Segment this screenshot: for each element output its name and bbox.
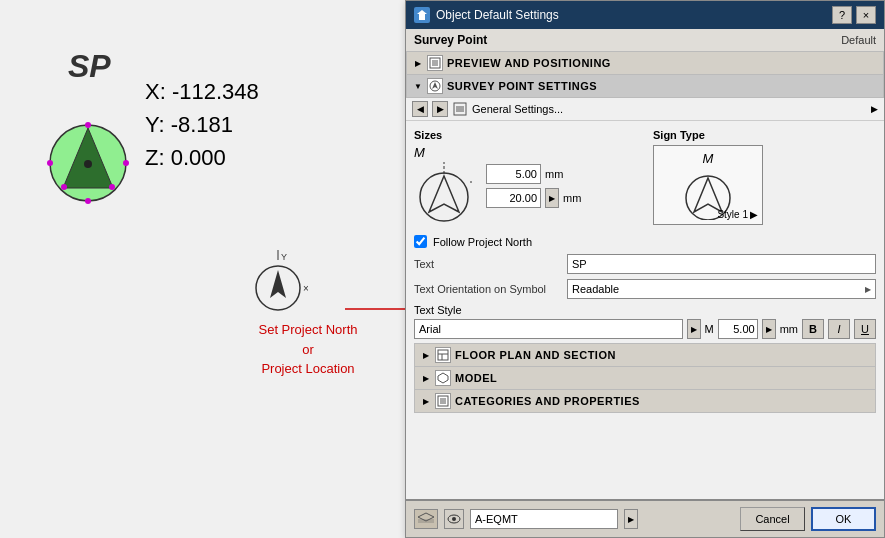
svg-point-8	[109, 184, 115, 190]
font-arrow-button[interactable]: ▶	[687, 319, 701, 339]
model-section-label: MODEL	[455, 372, 497, 384]
text-style-row: ▶ M ▶ mm B I U	[414, 319, 876, 339]
layer-input[interactable]	[470, 509, 618, 529]
italic-button[interactable]: I	[828, 319, 850, 339]
follow-north-label: Follow Project North	[433, 236, 532, 248]
general-settings-icon	[452, 101, 468, 117]
floor-icon	[435, 347, 451, 363]
text-orient-value: Readable	[572, 283, 619, 295]
text-row: Text	[414, 254, 876, 274]
survey-settings-section[interactable]: ▼ SURVEY POINT SETTINGS	[406, 75, 884, 98]
svg-point-5	[85, 198, 91, 204]
size-input-2[interactable]	[486, 188, 541, 208]
text-orient-dropdown[interactable]: Readable ▶	[567, 279, 876, 299]
set-project-north-line3: Project Location	[218, 359, 398, 379]
set-project-north-line1: Set Project North	[218, 320, 398, 340]
layer-arrow-button[interactable]: ▶	[624, 509, 638, 529]
size-input-row-1: mm	[486, 164, 581, 184]
font-input[interactable]	[414, 319, 683, 339]
categories-section-label: CATEGORIES AND PROPERTIES	[455, 395, 640, 407]
size-arrow-button[interactable]: ▶	[545, 188, 559, 208]
follow-north-checkbox[interactable]	[414, 235, 427, 248]
dialog-title: Object Default Settings	[436, 8, 832, 22]
sizes-row: Sizes M	[414, 129, 876, 227]
sign-style-label: Style 1	[717, 209, 748, 220]
font-size-input[interactable]	[718, 319, 758, 339]
preview-positioning-section[interactable]: ▶ PREVIEW AND POSITIONING	[406, 52, 884, 75]
sp-label: SP	[68, 48, 111, 85]
close-button[interactable]: ×	[856, 6, 876, 24]
svg-point-45	[452, 517, 456, 521]
svg-point-2	[84, 160, 92, 168]
dialog-header-title: Survey Point	[414, 33, 487, 47]
bold-button[interactable]: B	[802, 319, 824, 339]
preview-icon	[427, 55, 443, 71]
symbol-drawing-small: M	[414, 145, 474, 227]
dialog-content: Survey Point Default ▶ PREVIEW AND POSIT…	[406, 29, 884, 537]
svg-point-4	[123, 160, 129, 166]
model-arrow-icon: ▶	[421, 373, 431, 383]
text-label: Text	[414, 258, 559, 270]
visibility-button[interactable]	[444, 509, 464, 529]
symbol-m-label: M	[414, 145, 474, 160]
project-north-symbol: Y ×	[248, 248, 308, 331]
svg-point-3	[85, 122, 91, 128]
bottom-sections: ▶ FLOOR PLAN AND SECTION ▶	[414, 343, 876, 413]
font-size-unit: mm	[780, 323, 798, 335]
size-unit-2: mm	[563, 192, 581, 204]
canvas-area: SP X: -112.348 Y: -8.181 Z: 0.000 Y	[0, 0, 405, 538]
sign-type-preview: M Style 1 ▶	[653, 145, 763, 225]
nav-label: General Settings...	[472, 103, 563, 115]
svg-text:Y: Y	[281, 252, 287, 262]
dialog-title-buttons: ? ×	[832, 6, 876, 24]
set-project-north-text: Set Project North or Project Location	[218, 320, 398, 379]
survey-symbol-canvas	[38, 108, 138, 211]
sign-type-label: Sign Type	[653, 129, 876, 141]
svg-rect-20	[432, 60, 438, 66]
nav-row: ◀ ▶ General Settings... ▶	[406, 98, 884, 121]
svg-text:×: ×	[303, 283, 308, 294]
follow-north-row: Follow Project North	[414, 235, 876, 248]
survey-icon	[427, 78, 443, 94]
sizes-section: Sizes M	[414, 129, 637, 227]
svg-point-6	[47, 160, 53, 166]
text-style-section: Text Style ▶ M ▶ mm B I U	[414, 304, 876, 339]
coordinates: X: -112.348 Y: -8.181 Z: 0.000	[145, 75, 259, 174]
floor-arrow-icon: ▶	[421, 350, 431, 360]
model-section[interactable]: ▶ MODEL	[414, 367, 876, 390]
symbol-preview: M mm	[414, 145, 637, 227]
dialog-header-row: Survey Point Default	[406, 29, 884, 52]
svg-point-7	[61, 184, 67, 190]
floor-plan-section[interactable]: ▶ FLOOR PLAN AND SECTION	[414, 344, 876, 367]
ok-button[interactable]: OK	[811, 507, 876, 531]
nav-forward-button[interactable]: ▶	[432, 101, 448, 117]
settings-body: Sizes M	[406, 121, 884, 499]
layer-icon	[414, 509, 438, 529]
preview-arrow-icon: ▶	[413, 58, 423, 68]
text-orient-arrow-icon: ▶	[865, 285, 871, 294]
svg-marker-32	[694, 178, 722, 212]
cancel-button[interactable]: Cancel	[740, 507, 805, 531]
text-orient-row: Text Orientation on Symbol Readable ▶	[414, 279, 876, 299]
text-orient-label: Text Orientation on Symbol	[414, 283, 559, 295]
nav-back-button[interactable]: ◀	[412, 101, 428, 117]
categories-section[interactable]: ▶ CATEGORIES AND PROPERTIES	[414, 390, 876, 413]
svg-marker-28	[429, 176, 459, 212]
floor-section-label: FLOOR PLAN AND SECTION	[455, 349, 616, 361]
svg-marker-22	[432, 82, 438, 89]
font-m-label: M	[705, 323, 714, 335]
text-input[interactable]	[567, 254, 876, 274]
dialog-titlebar: Object Default Settings ? ×	[406, 1, 884, 29]
size-input-1[interactable]	[486, 164, 541, 184]
sizes-label: Sizes	[414, 129, 637, 141]
underline-button[interactable]: U	[854, 319, 876, 339]
help-button[interactable]: ?	[832, 6, 852, 24]
coord-y: Y: -8.181	[145, 108, 259, 141]
model-icon	[435, 370, 451, 386]
font-size-up-button[interactable]: ▶	[762, 319, 776, 339]
svg-rect-33	[438, 350, 448, 360]
text-style-label: Text Style	[414, 304, 876, 316]
coord-z: Z: 0.000	[145, 141, 259, 174]
svg-marker-13	[270, 270, 286, 298]
dialog-footer: ▶ Cancel OK	[406, 499, 884, 537]
